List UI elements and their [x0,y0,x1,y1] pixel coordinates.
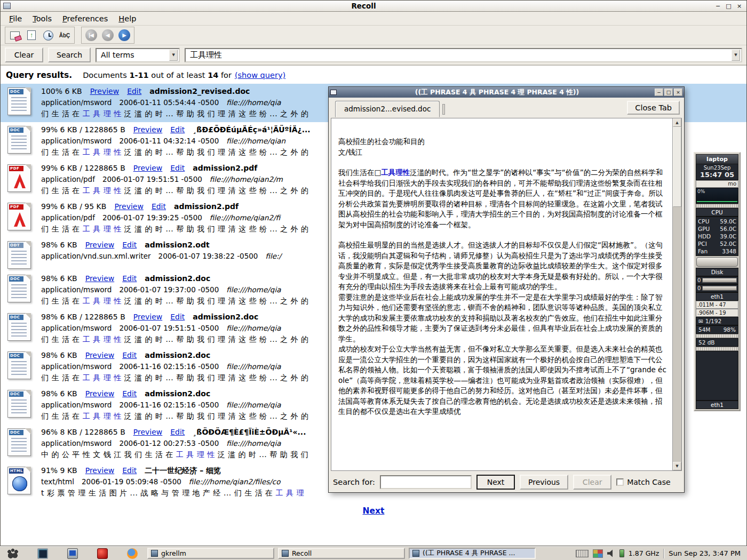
preview-link[interactable]: Preview [85,388,115,399]
maximize-icon[interactable]: □ [664,89,673,96]
preview-link[interactable]: Preview [85,350,115,361]
taskbar-task[interactable]: ((工 PHRASE 4 具 PHRASE ... [409,548,536,559]
menu-item[interactable]: Preferences [58,13,112,25]
chevron-down-icon[interactable]: ▼ [732,50,740,61]
net-stat: .906M - 19 [696,309,738,317]
save-results-tool-button[interactable]: ↑ [24,28,39,42]
search-button[interactable]: Search [48,47,91,62]
keyboard-layout-icon[interactable] [576,550,589,557]
gkrellm-memory: 54M 98% [696,325,738,334]
match-case-checkbox[interactable] [616,478,624,486]
task-window-icon [151,550,158,557]
window-manager-icon[interactable] [7,548,18,559]
history-tool-button[interactable] [41,28,55,42]
preview-link[interactable]: Preview [133,163,163,174]
edit-link[interactable]: Edit [170,311,185,323]
edit-link[interactable]: Edit [127,86,141,97]
minimize-icon[interactable]: − [713,2,722,10]
result-date: 2006-01-11 04:32:14 -0500 [119,135,219,147]
gkrellm-mail[interactable]: ✉ 1/192 [696,317,738,325]
next-page-link[interactable]: Next [363,506,385,516]
task-label: gkrellm [161,549,186,557]
scroll-up-icon[interactable]: ▲ [673,118,681,127]
preview-link[interactable]: Preview [133,124,163,135]
package-icon[interactable] [97,548,108,559]
edit-link[interactable]: Edit [122,273,137,284]
preview-link[interactable]: Preview [85,273,115,284]
preview-titlebar[interactable]: ((工 PHRASE 4 具 PHRASE 4 理 PHRASE 4 性)) −… [329,87,684,98]
match-case-label: Match Case [627,478,670,486]
first-page-button[interactable]: |◀ [84,28,99,42]
snippet-highlight: 工 具 理 [276,489,304,497]
snippet-highlight: 工 具 理 性 [83,148,122,156]
gkrellm-cpu-chart[interactable]: 0% [696,188,738,204]
edit-link[interactable]: Edit [122,350,137,361]
edit-link[interactable]: Edit [170,427,185,438]
preview-content[interactable]: 高校招生的社会功能和目的 文/钱江 我们生活在□工具理性泛滥的时代。作为“世之显… [331,118,672,470]
minimize-icon[interactable]: − [655,89,663,96]
sensor-name: Fan [698,247,708,255]
edit-link[interactable]: Edit [170,124,185,135]
gkrellm-clock[interactable]: Sun23Sep 15:47 05 [696,164,738,180]
preview-link[interactable]: Preview [85,239,115,251]
edit-link[interactable]: Edit [122,465,137,476]
find-previous-button[interactable]: Previous [520,475,568,490]
preview-link[interactable]: Preview [90,86,120,97]
search-query-input[interactable]: 工具理性 ▼ [185,48,742,62]
find-input[interactable] [380,475,472,489]
next-page-button[interactable]: ▶ [117,28,132,42]
close-icon[interactable]: × [735,2,744,10]
menu-item[interactable]: File [5,13,26,25]
preview-scrollbar[interactable]: ▲ ▼ [672,118,681,470]
preview-tab[interactable]: admission2...evised.doc [335,101,440,117]
main-titlebar[interactable]: Recoll − □ × [1,1,746,12]
taskbar-task[interactable]: gkrellm [147,548,274,559]
preview-link[interactable]: Preview [133,311,163,323]
document-type-icon: PDF [4,163,35,197]
maximize-icon[interactable]: □ [724,2,733,10]
taskbar-clock[interactable]: Sun Sep 23, 3:47 PM [669,549,741,557]
preview-link[interactable]: Preview [85,465,115,476]
gkrellm-hostname[interactable]: laptop [696,154,738,164]
taskbar-task[interactable]: Recoll [278,548,405,559]
terminal-icon[interactable] [37,548,48,559]
result-mime: application/msword [41,361,112,372]
result-meta: 98% 6 KB / 1228865 B [41,311,125,323]
menu-item[interactable]: Help [114,13,140,25]
close-icon[interactable]: × [674,89,682,96]
menu-item[interactable]: Tools [28,13,56,25]
find-clear-button[interactable]: Clear [573,475,611,490]
result-meta: 98% 6 KB [41,350,77,361]
scrollbar-thumb[interactable] [673,127,681,207]
search-mode-select[interactable]: All terms ▼ [96,48,180,62]
show-query-link[interactable]: (show query) [235,71,285,79]
result-date: 2006-01-07 19:37:00 -0500 [119,284,219,295]
edit-link[interactable]: Edit [152,201,166,212]
term-explorer-tool-button[interactable]: ÂbÇ [57,28,72,42]
page-fold [25,390,31,396]
find-next-button[interactable]: Next [476,475,515,490]
preview-link[interactable]: Preview [114,201,144,212]
clear-search-tool-button[interactable] [7,28,22,42]
previous-page-button[interactable]: ◀ [100,28,115,42]
doc-type-label: PDF [9,204,23,210]
workspace-pager-icon[interactable] [593,549,603,558]
result-filename: admission2_revised.doc [149,86,250,97]
page-lines [11,284,27,299]
result-filename: admission2.odt [145,239,209,251]
document-type-icon: DOC [4,124,35,158]
edit-link[interactable]: Edit [122,388,137,399]
page-fold [25,164,31,170]
display-icon[interactable] [67,548,78,559]
edit-link[interactable]: Edit [170,163,185,174]
preview-link[interactable]: Preview [133,427,163,438]
volume-icon[interactable] [607,549,615,557]
mail-count: 1/192 [705,318,721,324]
scroll-down-icon[interactable]: ▼ [673,462,681,470]
erase-icon [10,31,20,39]
close-tab-button[interactable]: Close Tab [627,101,680,115]
sensor-row: HDD 39.0C [698,233,736,240]
firefox-icon[interactable] [127,548,138,559]
clear-button[interactable]: Clear [5,47,43,62]
edit-link[interactable]: Edit [122,239,137,251]
